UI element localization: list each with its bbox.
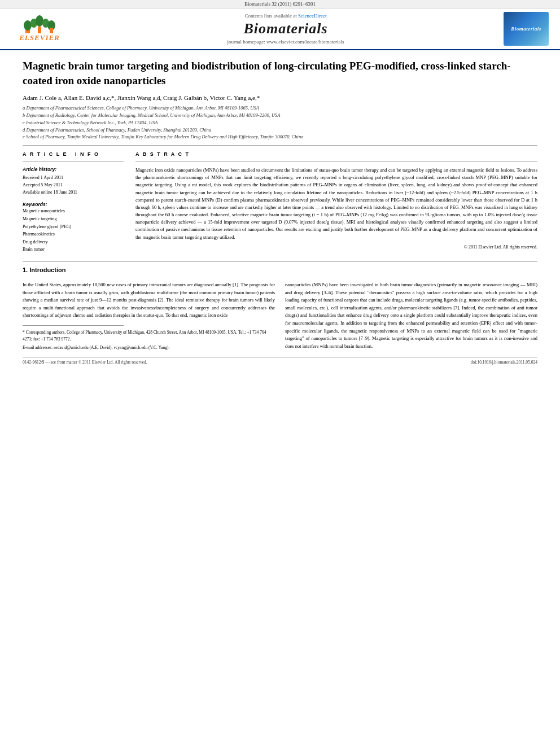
intro-text-right: nanoparticles (MNPs) have been investiga… <box>285 281 537 350</box>
keyword-1: Magnetic nanoparticles <box>23 207 124 215</box>
keywords-label: Keywords: <box>23 202 124 207</box>
page-wrapper: Biomaterials 32 (2011) 6291–6301 ELSEVIE… <box>0 0 560 747</box>
elsevier-tree-icon <box>23 15 56 33</box>
svg-rect-6 <box>38 27 41 33</box>
biomaterials-logo-box: Biomaterials <box>504 12 549 46</box>
affiliation-a: a Department of Pharmaceutical Sciences,… <box>23 104 537 112</box>
abstract-col: A B S T R A C T Magnetic iron oxide nano… <box>135 151 537 254</box>
intro-col-left: In the United States, approximately 18,5… <box>23 281 275 351</box>
divider-2 <box>23 261 537 262</box>
keywords-section: Keywords: Magnetic nanoparticles Magneti… <box>23 202 124 254</box>
journal-center: Contents lists available at ScienceDirec… <box>68 13 504 45</box>
svg-rect-7 <box>50 28 53 33</box>
affiliation-e: e School of Pharmacy, Tianjin Medical Un… <box>23 133 537 141</box>
affiliation-c: c Industrial Science & Technology Networ… <box>23 119 537 126</box>
affiliation-d: d Department of Pharmaceutics, School of… <box>23 126 537 134</box>
sciencedirect-link[interactable]: ScienceDirect <box>298 13 326 19</box>
logo-box-label: Biomaterials <box>511 26 541 32</box>
bottom-doi: doi:10.1016/j.biomaterials.2011.05.024 <box>471 360 537 365</box>
article-info-abstract: A R T I C L E I N F O Article history: R… <box>23 151 537 254</box>
divider-abstract <box>135 161 537 162</box>
journal-header: ELSEVIER Contents lists available at Sci… <box>0 8 560 50</box>
copyright-line: © 2011 Elsevier Ltd. All rights reserved… <box>135 244 537 250</box>
homepage-line: journal homepage: www.elsevier.com/locat… <box>79 39 492 45</box>
article-body: Magnetic brain tumor targeting and biodi… <box>0 50 560 376</box>
bottom-bar: 0142-9612/$ — see front matter © 2011 El… <box>23 357 537 365</box>
section1-title: 1. Introduction <box>23 267 537 273</box>
affiliations: a Department of Pharmaceutical Sciences,… <box>23 104 537 141</box>
contents-line: Contents lists available at ScienceDirec… <box>79 13 492 19</box>
keyword-2: Magnetic targeting <box>23 215 124 223</box>
citation-text: Biomaterials 32 (2011) 6291–6301 <box>244 1 316 7</box>
elsevier-text: ELSEVIER <box>19 33 60 42</box>
abstract-text: Magnetic iron oxide nanoparticles (MNPs)… <box>135 167 537 241</box>
article-info-heading: A R T I C L E I N F O <box>23 151 124 157</box>
keyword-6: Brain tumor <box>23 246 124 254</box>
affiliation-b: b Department of Radiology, Center for Mo… <box>23 112 537 119</box>
divider-info <box>23 161 124 162</box>
divider-1 <box>23 145 537 146</box>
received-line: Received 1 April 2011 <box>23 174 124 182</box>
article-title: Magnetic brain tumor targeting and biodi… <box>23 59 537 88</box>
intro-text-left: In the United States, approximately 18,5… <box>23 281 275 320</box>
authors-line: Adam J. Cole a, Allan E. David a,c,*, Ji… <box>23 94 537 101</box>
keyword-5: Drug delivery <box>23 238 124 246</box>
footnote-divider <box>23 325 124 326</box>
footnote-email: E-mail addresses: aedavid@umich.edu (A.E… <box>23 344 275 351</box>
intro-col-right: nanoparticles (MNPs) have been investiga… <box>285 281 537 351</box>
history-label: Article history: <box>23 167 124 172</box>
citation-bar: Biomaterials 32 (2011) 6291–6301 <box>0 0 560 8</box>
elsevier-logo: ELSEVIER <box>11 15 68 43</box>
keyword-3: Polyethylene glycol (PEG) <box>23 223 124 231</box>
bottom-left: 0142-9612/$ — see front matter © 2011 El… <box>23 360 147 365</box>
accepted-line: Accepted 5 May 2011 <box>23 182 124 189</box>
main-content: In the United States, approximately 18,5… <box>23 281 537 351</box>
journal-title: Biomaterials <box>79 20 492 37</box>
footnote-star: * Corresponding authors. College of Phar… <box>23 329 275 343</box>
abstract-heading: A B S T R A C T <box>135 151 537 157</box>
article-info-col: A R T I C L E I N F O Article history: R… <box>23 151 124 254</box>
keyword-4: Pharmacokinetics <box>23 230 124 238</box>
svg-point-1 <box>24 20 32 30</box>
svg-point-3 <box>36 15 43 27</box>
available-line: Available online 18 June 2011 <box>23 189 124 196</box>
